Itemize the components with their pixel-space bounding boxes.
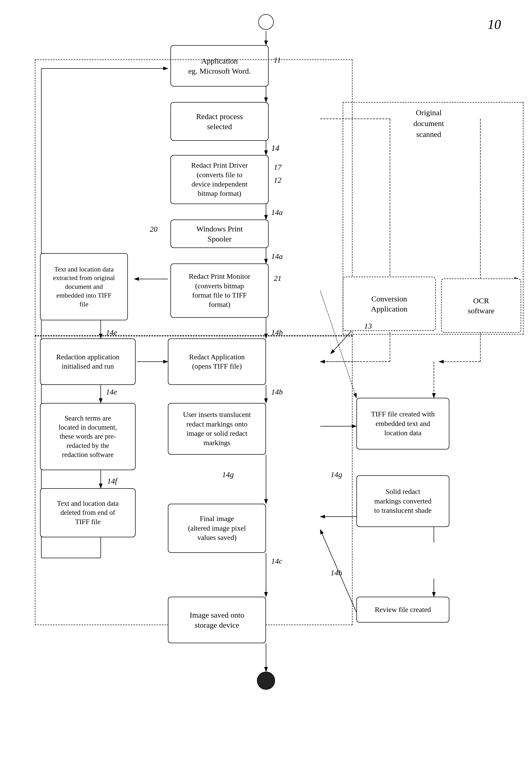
step-14g-1: 14g <box>222 470 234 479</box>
step-14b-2: 14b <box>271 388 283 396</box>
user-inserts-box: User inserts translucent redact markings… <box>168 403 266 455</box>
start-circle <box>258 14 274 30</box>
review-file-box: Review file created <box>356 597 449 622</box>
diagram-container: 10 Application eg. Microsoft Word. 11 Re… <box>0 0 532 784</box>
redact-app-box: Redact Application (opens TIFF file) <box>168 338 266 385</box>
step-14g-2: 14g <box>331 470 342 479</box>
step-14c: 14c <box>271 557 282 565</box>
solid-redact-box: Solid redact markings converted to trans… <box>356 475 449 527</box>
outer-dashed-top <box>35 59 353 336</box>
step-13: 13 <box>364 321 372 330</box>
search-terms-box: Search terms are located in document, th… <box>40 403 136 470</box>
original-scanned-label: Original document scanned <box>403 107 454 140</box>
text-deleted-box: Text and location data deleted from end … <box>40 488 136 537</box>
tiff-created-box: TIFF file created with embedded text and… <box>356 398 449 449</box>
ref-large-10: 10 <box>487 17 501 32</box>
step-14f: 14f <box>107 477 117 485</box>
final-image-box: Final image (altered image pixel values … <box>168 504 266 553</box>
image-saved-box: Image saved onto storage device <box>168 597 266 643</box>
step-14e-2: 14e <box>106 388 117 396</box>
redaction-app-init-box: Redaction application initialised and ru… <box>40 338 136 385</box>
step-14h: 14h <box>331 568 342 577</box>
end-circle <box>257 672 275 690</box>
